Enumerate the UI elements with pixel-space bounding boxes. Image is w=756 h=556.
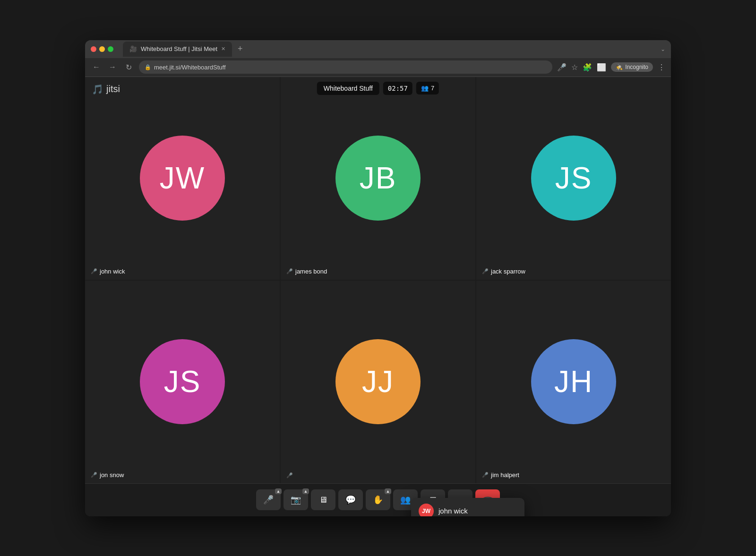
incognito-icon: 🕵 (616, 64, 623, 70)
menu-user-initials: JW (422, 508, 430, 514)
mic-icon-jb: 🎤 (286, 268, 293, 274)
video-cell-jh: JH 🎤 jim halpert (476, 281, 671, 483)
title-bar: 🎥 Whiteboard Stuff | Jitsi Meet ✕ + ⌄ (85, 40, 671, 58)
mic-icon-jh: 🎤 (482, 472, 489, 478)
chat-icon: 💬 (345, 495, 356, 505)
participants-icon: 👥 (421, 85, 429, 92)
avatar-jj: JJ (335, 339, 421, 424)
participant-label-jj: 🎤 (286, 472, 293, 479)
avatar-jsnow: JS (140, 339, 225, 424)
tab-close-button[interactable]: ✕ (221, 46, 225, 52)
video-cell-jsnow: JS 🎤 jon snow (85, 281, 280, 483)
screen-share-button[interactable]: 🖥 (311, 489, 335, 510)
tab-collapse-button[interactable]: ⌄ (661, 46, 665, 52)
jitsi-icon: 🎵 (92, 84, 103, 95)
close-button[interactable] (91, 46, 96, 52)
forward-button[interactable]: → (107, 63, 118, 71)
camera-chevron-icon: ▲ (302, 488, 309, 494)
meeting-topbar: Whiteboard Stuff 02:57 👥 7 (317, 82, 439, 95)
active-tab[interactable]: 🎥 Whiteboard Stuff | Jitsi Meet ✕ (123, 42, 232, 57)
dropdown-menu: JW john wick 👤 Invite people ⚙ Performan… (411, 498, 524, 516)
tab-bar: 🎥 Whiteboard Stuff | Jitsi Meet ✕ + ⌄ (123, 42, 665, 57)
participant-label-js1: 🎤 jack sparrow (482, 268, 525, 275)
address-actions: 🎤 ☆ 🧩 ⬜ 🕵 Incognito ⋮ (557, 62, 665, 72)
participants-badge[interactable]: 👥 7 (416, 82, 439, 94)
minimize-button[interactable] (99, 46, 105, 52)
participant-name-jb: james bond (295, 268, 327, 275)
new-tab-button[interactable]: + (235, 44, 246, 54)
address-bar: ← → ↻ 🔒 meet.jit.si/WhiteboardStuff 🎤 ☆ … (85, 58, 671, 77)
video-cell-jw: JW 🎤 john wick (85, 77, 280, 280)
url-bar[interactable]: 🔒 meet.jit.si/WhiteboardStuff (139, 60, 552, 74)
participant-label-jb: 🎤 james bond (286, 268, 327, 275)
meeting-area: 🎵 jitsi Whiteboard Stuff 02:57 👥 7 JW 🎤 … (85, 77, 671, 516)
avatar-jw: JW (140, 136, 225, 221)
extensions-icon[interactable]: 🧩 (583, 63, 592, 72)
participant-count: 7 (431, 85, 434, 92)
bookmark-icon[interactable]: ☆ (571, 63, 578, 72)
tab-manager-icon[interactable]: ⬜ (597, 63, 606, 72)
raise-hand-icon: ✋ (373, 495, 383, 505)
url-text: meet.jit.si/WhiteboardStuff (154, 64, 226, 71)
participant-label-jsnow: 🎤 jon snow (91, 471, 124, 479)
raise-hand-chevron-icon: ▲ (385, 488, 391, 494)
video-cell-jb: JB 🎤 james bond (281, 77, 475, 280)
back-button[interactable]: ← (91, 63, 102, 71)
reload-button[interactable]: ↻ (123, 63, 134, 72)
avatar-jh: JH (531, 339, 616, 424)
traffic-lights (91, 46, 113, 52)
menu-user-header: JW john wick (411, 498, 524, 516)
incognito-badge: 🕵 Incognito (611, 62, 653, 72)
mic-btn-icon: 🎤 (263, 495, 274, 505)
jitsi-text: jitsi (106, 84, 120, 94)
screen-share-icon: 🖥 (319, 495, 327, 505)
participant-label-jh: 🎤 jim halpert (482, 471, 519, 479)
mic-icon-jj: 🎤 (286, 472, 293, 479)
avatar-jb: JB (335, 136, 421, 221)
meeting-toolbar: 🎤 ▲ 📷 ▲ 🖥 💬 ✋ ▲ 👥 ⊞ (85, 483, 671, 516)
tab-title: Whiteboard Stuff | Jitsi Meet (141, 45, 217, 52)
participants-btn-icon: 👥 (400, 495, 411, 505)
mic-chevron-icon: ▲ (275, 488, 282, 494)
video-cell-jj: JJ 🎤 (281, 281, 475, 483)
camera-button[interactable]: 📷 ▲ (284, 489, 308, 510)
browser-window: 🎥 Whiteboard Stuff | Jitsi Meet ✕ + ⌄ ← … (85, 40, 671, 516)
video-grid: JW 🎤 john wick JB 🎤 james bond JS 🎤 jack… (85, 77, 671, 483)
mic-button[interactable]: 🎤 ▲ (256, 489, 281, 510)
camera-btn-icon: 📷 (291, 495, 301, 505)
mic-permission-icon[interactable]: 🎤 (557, 63, 567, 72)
meeting-title: Whiteboard Stuff (317, 82, 379, 95)
jitsi-logo: 🎵 jitsi (92, 84, 120, 95)
mic-icon-jsnow: 🎤 (91, 472, 97, 478)
mic-icon-jw: 🎤 (91, 268, 97, 274)
lock-icon: 🔒 (145, 64, 151, 70)
meeting-timer: 02:57 (383, 82, 412, 95)
video-cell-js1: JS 🎤 jack sparrow (476, 77, 671, 280)
menu-user-avatar: JW (419, 504, 434, 516)
participant-label-jw: 🎤 john wick (91, 268, 125, 275)
participant-name-js1: jack sparrow (491, 268, 525, 275)
mic-icon-js1: 🎤 (482, 268, 489, 274)
participant-name-jsnow: jon snow (100, 471, 124, 479)
browser-menu-icon[interactable]: ⋮ (658, 63, 665, 72)
menu-username: john wick (438, 507, 468, 515)
participant-name-jw: john wick (100, 268, 125, 275)
participant-name-jh: jim halpert (491, 471, 519, 479)
raise-hand-button[interactable]: ✋ ▲ (366, 489, 390, 510)
avatar-js1: JS (531, 136, 616, 221)
maximize-button[interactable] (108, 46, 113, 52)
tab-favicon: 🎥 (129, 45, 137, 52)
incognito-label: Incognito (625, 64, 648, 70)
chat-button[interactable]: 💬 (338, 489, 363, 510)
